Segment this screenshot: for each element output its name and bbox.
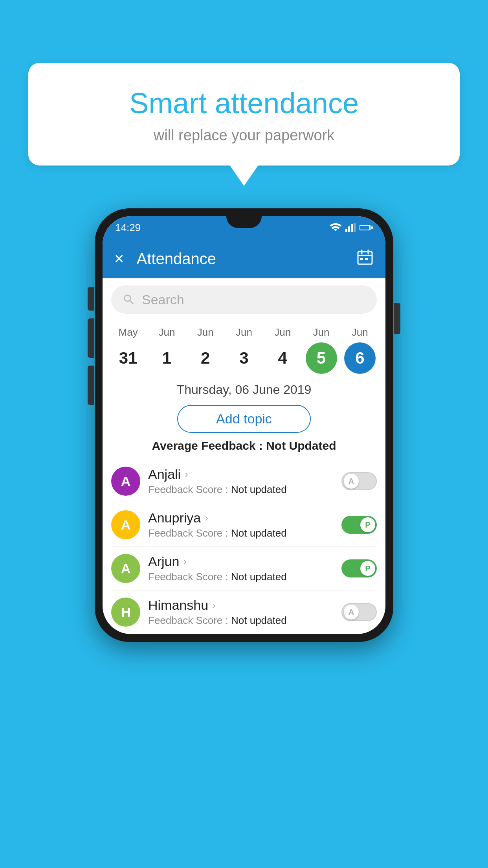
bubble-title: Smart attendance [52, 86, 436, 120]
day-number[interactable]: 4 [267, 342, 298, 374]
chevron-right-icon: › [185, 468, 188, 480]
student-info: Anjali › Feedback Score : Not updated [148, 467, 334, 496]
month-label: Jun [274, 326, 291, 338]
svg-rect-2 [351, 224, 353, 232]
phone-screen: 14:29 [103, 216, 385, 634]
feedback-score: Feedback Score : Not updated [148, 527, 334, 539]
avg-feedback-label: Average Feedback : [152, 439, 262, 452]
attendance-toggle[interactable]: A [341, 603, 377, 621]
attendance-toggle[interactable]: P [341, 559, 377, 577]
student-name[interactable]: Arjun › [148, 554, 334, 569]
phone-container: 14:29 [95, 208, 393, 642]
student-info: Anupriya › Feedback Score : Not updated [148, 510, 334, 539]
battery-icon [360, 224, 373, 231]
status-bar: 14:29 [103, 216, 385, 239]
close-button[interactable]: × [114, 250, 124, 267]
month-label: May [119, 326, 138, 338]
month-label: Jun [197, 326, 214, 338]
student-list: A Anjali › Feedback Score : Not updated … [103, 460, 385, 634]
avg-feedback-value: Not Updated [266, 439, 336, 452]
student-name[interactable]: Himanshu › [148, 598, 334, 613]
phone-outer: 14:29 [95, 208, 393, 642]
selected-date: Thursday, 06 June 2019 [103, 377, 385, 402]
attendance-toggle[interactable]: A [341, 472, 377, 490]
notch [226, 216, 262, 228]
search-bar[interactable]: Search [111, 285, 377, 314]
status-time: 14:29 [115, 222, 141, 234]
feedback-score: Feedback Score : Not updated [148, 571, 334, 583]
power-button [394, 303, 400, 334]
add-topic-button[interactable]: Add topic [177, 405, 311, 433]
day-number[interactable]: 2 [190, 342, 221, 374]
avg-feedback: Average Feedback : Not Updated [103, 439, 385, 452]
chevron-right-icon: › [212, 599, 216, 611]
day-number[interactable]: 6 [344, 342, 376, 374]
svg-rect-0 [345, 229, 347, 232]
svg-rect-5 [360, 226, 369, 230]
day-number[interactable]: 31 [112, 342, 144, 374]
svg-rect-1 [348, 226, 350, 232]
calendar-row: May 31 Jun 1 Jun 2 Jun 3 Jun 4 Jun 5 Jun… [103, 321, 385, 377]
signal-icon [345, 223, 356, 232]
day-number[interactable]: 1 [151, 342, 182, 374]
avatar: A [111, 510, 140, 539]
svg-rect-3 [354, 223, 356, 232]
avatar: A [111, 554, 140, 583]
app-bar: × Attendance [103, 239, 385, 278]
calendar-day[interactable]: Jun 2 [187, 326, 224, 374]
student-item[interactable]: A Anupriya › Feedback Score : Not update… [111, 503, 377, 547]
calendar-day[interactable]: Jun 3 [226, 326, 262, 374]
toggle-knob: A [344, 605, 359, 620]
chevron-right-icon: › [205, 512, 208, 524]
volume-down-button [88, 318, 94, 358]
student-name[interactable]: Anjali › [148, 467, 334, 482]
calendar-day[interactable]: Jun 5 [303, 326, 339, 374]
svg-rect-11 [360, 258, 363, 260]
student-info: Himanshu › Feedback Score : Not updated [148, 598, 334, 627]
avatar: A [111, 467, 140, 496]
search-placeholder: Search [142, 292, 184, 307]
month-label: Jun [313, 326, 330, 338]
calendar-day[interactable]: Jun 4 [264, 326, 301, 374]
volume-up-button [88, 287, 94, 311]
feedback-score: Feedback Score : Not updated [148, 614, 334, 627]
svg-rect-12 [365, 258, 368, 260]
month-label: Jun [158, 326, 175, 338]
speech-bubble-container: Smart attendance will replace your paper… [28, 63, 460, 166]
day-number[interactable]: 3 [228, 342, 260, 374]
month-label: Jun [236, 326, 252, 338]
student-item[interactable]: H Himanshu › Feedback Score : Not update… [111, 590, 377, 634]
student-item[interactable]: A Arjun › Feedback Score : Not updated P [111, 547, 377, 590]
toggle-knob: P [360, 561, 375, 576]
avatar: H [111, 598, 140, 627]
status-icons [330, 223, 373, 232]
month-label: Jun [352, 326, 368, 338]
speech-bubble: Smart attendance will replace your paper… [28, 63, 460, 166]
feedback-score: Feedback Score : Not updated [148, 484, 334, 496]
student-name[interactable]: Anupriya › [148, 510, 334, 526]
chevron-right-icon: › [183, 555, 187, 568]
day-number[interactable]: 5 [306, 342, 337, 374]
search-icon [122, 293, 136, 306]
calendar-day[interactable]: May 31 [110, 326, 146, 374]
wifi-icon [330, 223, 341, 232]
calendar-icon[interactable] [356, 248, 374, 269]
app-title: Attendance [137, 250, 347, 268]
svg-rect-7 [358, 252, 372, 264]
toggle-knob: A [344, 474, 359, 489]
student-info: Arjun › Feedback Score : Not updated [148, 554, 334, 583]
toggle-knob: P [360, 517, 375, 532]
calendar-day[interactable]: Jun 6 [342, 326, 378, 374]
attendance-toggle[interactable]: P [341, 516, 377, 534]
calendar-day[interactable]: Jun 1 [149, 326, 185, 374]
bubble-subtitle: will replace your paperwork [52, 127, 436, 144]
assistant-button [88, 366, 94, 405]
svg-rect-6 [371, 226, 373, 229]
student-item[interactable]: A Anjali › Feedback Score : Not updated … [111, 460, 377, 503]
